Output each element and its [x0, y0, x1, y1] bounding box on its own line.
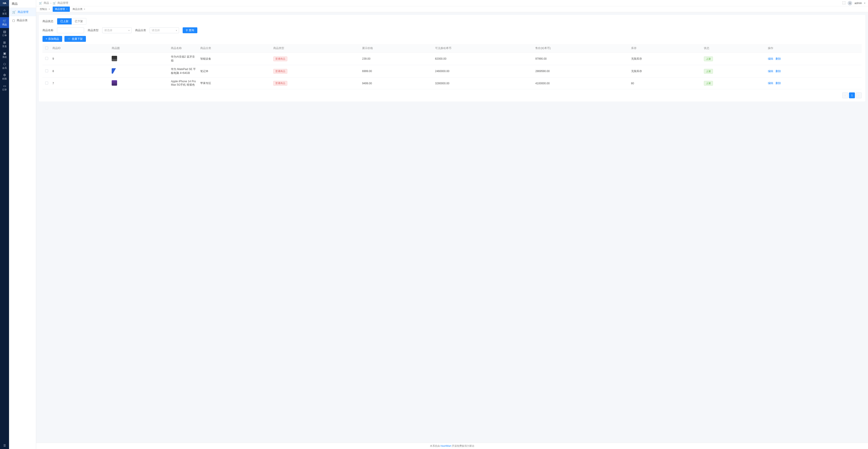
table-row: 7 Apple iPhone 14 Pro Max 5G手机 暗紫色 苹果专区 … [42, 77, 862, 89]
col-cat: 商品分类 [198, 44, 272, 53]
table-row: 9 华为AI音箱2 蓝牙音箱 智能设备 普通商品 239.00 82000.00… [42, 53, 862, 65]
chevron-down-icon[interactable]: ▾ [864, 2, 865, 4]
search-icon: ⚲ [186, 29, 188, 32]
type-tag: 普通商品 [273, 57, 287, 61]
delete-link[interactable]: 删除 [776, 82, 781, 85]
pagination: ‹ 1 › [42, 92, 862, 98]
topbar: 🛒 商品 › 🛒 商品管理 ⛶ a admin ▾ [36, 0, 868, 6]
cart-icon: 🛒 [39, 2, 42, 5]
status-tab-on[interactable]: 已上架 [57, 18, 72, 24]
cart-icon: 🛒 [3, 19, 6, 23]
rail-members[interactable]: ⚇会员 [0, 61, 9, 71]
search-button[interactable]: ⚲查询 [183, 27, 197, 33]
cell-name: 华为AI音箱2 蓝牙音箱 [169, 53, 198, 65]
close-icon[interactable]: × [49, 8, 50, 10]
row-checkbox[interactable] [45, 69, 48, 72]
edit-link[interactable]: 编辑 [768, 57, 773, 60]
edit-link[interactable]: 编辑 [768, 82, 773, 85]
type-tag: 普通商品 [273, 81, 287, 86]
logo[interactable]: HA [0, 0, 9, 6]
status-tab-off[interactable]: 已下架 [72, 18, 86, 24]
cart-icon: 🛒 [53, 2, 56, 5]
sidebar-item-product-category[interactable]: ▢ 商品分类 [9, 16, 36, 25]
col-sell: 售价(哈希币) [533, 44, 629, 53]
close-icon[interactable]: × [66, 8, 68, 10]
user-name[interactable]: admin [855, 2, 862, 5]
rail-boxes[interactable]: ⊞盲盒 [0, 39, 9, 50]
breadcrumb: 🛒 商品 › 🛒 商品管理 [39, 1, 68, 5]
delete-link[interactable]: 删除 [776, 70, 781, 73]
cell-stock: 无限库存 [629, 65, 702, 77]
cell-sell: 97990.00 [533, 53, 629, 65]
type-select[interactable]: 请选择▾ [102, 27, 131, 33]
delete-link[interactable]: 删除 [776, 57, 781, 60]
rail-products[interactable]: 🛒商品 [0, 17, 9, 28]
rail-logs[interactable]: ▭记录 [0, 82, 9, 93]
chevron-down-icon: ▾ [128, 29, 129, 32]
cell-cat: 笔记本 [198, 65, 272, 77]
cell-sell: 2869590.00 [533, 65, 629, 77]
col-actions: 操作 [766, 44, 862, 53]
product-thumb[interactable] [112, 56, 117, 61]
product-thumb[interactable] [112, 80, 117, 86]
name-label: 商品名称 [42, 29, 53, 32]
row-checkbox[interactable] [45, 82, 48, 85]
name-input[interactable] [57, 27, 84, 33]
cell-hash: 82000.00 [433, 53, 534, 65]
sidebar-item-product-manage[interactable]: 🛒 商品管理 [9, 8, 36, 16]
category-select[interactable]: 请选择▾ [150, 27, 179, 33]
cell-stock: 无限库存 [629, 53, 702, 65]
product-thumb[interactable] [112, 68, 117, 74]
add-product-button[interactable]: +添加商品 [42, 36, 62, 42]
select-all-checkbox[interactable] [45, 46, 48, 50]
avatar[interactable]: a [848, 1, 852, 5]
page-prev-button[interactable]: ‹ [842, 92, 848, 98]
rail-system[interactable]: ▣系统 [0, 50, 9, 61]
page-number-button[interactable]: 1 [849, 92, 855, 98]
gear-icon: ⚙ [3, 73, 6, 77]
plus-icon: + [46, 37, 47, 40]
col-type: 商品类型 [272, 44, 360, 53]
status-tabs: 已上架 已下架 [57, 18, 86, 25]
chevron-down-icon: ▾ [176, 29, 177, 32]
batch-off-button[interactable]: 🛒批量下架 [64, 36, 86, 42]
col-image: 商品图 [110, 44, 169, 53]
close-icon[interactable]: × [84, 8, 85, 10]
cell-price: 9499.00 [360, 77, 433, 89]
table-row: 8 华为 MatePad SE 平板电脑 4+64GB 笔记本 普通商品 699… [42, 65, 862, 77]
nav-rail: HA ⌂首页 🛒商品 ▤订单 ⊞盲盒 ▣系统 ⚇会员 ⚙权限 ▭记录 ☰ [0, 0, 9, 449]
cart-icon: 🛒 [68, 37, 71, 40]
cell-id: 9 [51, 53, 110, 65]
sidebar-item-label: 商品分类 [17, 19, 28, 22]
footer-link[interactable]: HashMart [440, 445, 452, 447]
sidebar-item-label: 商品管理 [18, 10, 29, 14]
collapse-rail-button[interactable]: ☰ [0, 442, 9, 449]
rail-permissions[interactable]: ⚙权限 [0, 71, 9, 82]
cell-price: 239.00 [360, 53, 433, 65]
products-table: 商品ID 商品图 商品名称 商品分类 商品类型 展示价格 可兑换哈希币 售价(哈… [42, 44, 862, 89]
tab-product-category[interactable]: 商品分类× [70, 6, 88, 12]
edit-link[interactable]: 编辑 [768, 70, 773, 73]
row-checkbox[interactable] [45, 57, 48, 60]
status-label: 商品状态 [42, 20, 53, 23]
bag-icon: ▢ [12, 19, 15, 22]
rail-orders[interactable]: ▤订单 [0, 28, 9, 39]
tab-dashboard[interactable]: 控制台× [37, 6, 52, 12]
cell-hash: 2460000.00 [433, 65, 534, 77]
tab-product-manage[interactable]: 商品管理× [53, 6, 70, 12]
file-icon: ▭ [3, 84, 6, 88]
rail-home[interactable]: ⌂首页 [0, 6, 9, 17]
breadcrumb-part[interactable]: 商品 [43, 1, 49, 5]
fullscreen-icon[interactable]: ⛶ [842, 1, 845, 5]
content-card: 商品状态 已上架 已下架 商品名称 商品类型 请选择▾ 商品分类 请选择▾ ⚲查… [39, 15, 865, 101]
cell-cat: 智能设备 [198, 53, 272, 65]
cell-id: 7 [51, 77, 110, 89]
list-icon: ▤ [3, 30, 6, 33]
page-next-button[interactable]: › [856, 92, 862, 98]
home-icon: ⌂ [4, 8, 5, 12]
sidebar: 商品 🛒 商品管理 ▢ 商品分类 [9, 0, 36, 449]
cart-icon: 🛒 [12, 10, 16, 14]
cell-id: 8 [51, 65, 110, 77]
cell-hash: 3280000.00 [433, 77, 534, 89]
status-tag: 上架 [704, 69, 713, 74]
